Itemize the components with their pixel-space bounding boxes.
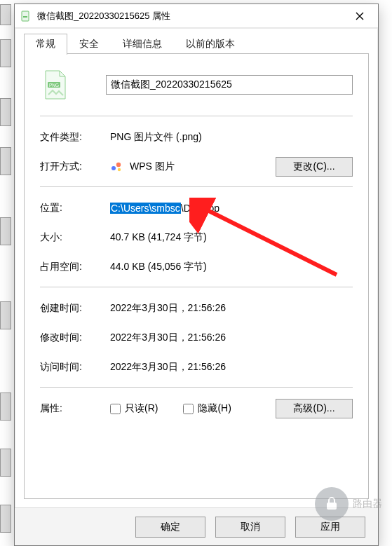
properties-dialog: 微信截图_20220330215625 属性 常规 安全 详细信息 以前的版本 … bbox=[14, 4, 379, 546]
tab-panel-general: PNG 文件类型: PNG 图片文件 (.png) 打开方式: WPS 图片 bbox=[24, 54, 369, 499]
hidden-checkbox-wrap[interactable]: 隐藏(H) bbox=[183, 402, 231, 415]
ok-button[interactable]: 确定 bbox=[135, 517, 205, 538]
label-opens-with: 打开方式: bbox=[40, 161, 110, 173]
tab-previous-versions[interactable]: 以前的版本 bbox=[174, 34, 247, 55]
label-modified: 修改时间: bbox=[40, 332, 110, 344]
label-filetype: 文件类型: bbox=[40, 131, 110, 144]
label-accessed: 访问时间: bbox=[40, 361, 110, 374]
change-app-button[interactable]: 更改(C)... bbox=[276, 157, 353, 177]
watermark: 路由器 bbox=[315, 482, 392, 526]
separator bbox=[40, 287, 353, 287]
window-title: 微信截图_20220330215625 属性 bbox=[37, 10, 344, 22]
svg-point-4 bbox=[111, 166, 116, 170]
readonly-checkbox-wrap[interactable]: 只读(R) bbox=[110, 402, 158, 415]
separator bbox=[40, 116, 353, 116]
cancel-button[interactable]: 取消 bbox=[215, 517, 285, 538]
close-button[interactable] bbox=[344, 6, 375, 27]
svg-rect-8 bbox=[327, 503, 337, 510]
value-size-on-disk: 44.0 KB (45,056 字节) bbox=[110, 261, 353, 273]
svg-point-5 bbox=[116, 163, 121, 167]
label-location: 位置: bbox=[40, 202, 110, 214]
separator bbox=[40, 186, 353, 187]
window-icon bbox=[20, 11, 32, 22]
location-rest: \Desktop bbox=[181, 203, 219, 214]
tab-security[interactable]: 安全 bbox=[67, 34, 111, 55]
titlebar: 微信截图_20220330215625 属性 bbox=[15, 4, 378, 28]
label-size: 大小: bbox=[40, 231, 110, 244]
readonly-label: 只读(R) bbox=[125, 402, 158, 415]
tab-strip: 常规 安全 详细信息 以前的版本 bbox=[24, 33, 369, 54]
filename-input[interactable] bbox=[106, 75, 353, 95]
watermark-text: 路由器 bbox=[353, 498, 382, 510]
location-selected: C:\Users\smbsc bbox=[110, 203, 181, 214]
tab-details[interactable]: 详细信息 bbox=[111, 34, 174, 55]
svg-rect-1 bbox=[23, 16, 27, 18]
watermark-icon bbox=[315, 487, 349, 521]
value-location[interactable]: C:\Users\smbsc\Desktop bbox=[110, 203, 353, 214]
wps-app-icon bbox=[110, 161, 123, 173]
value-size: 40.7 KB (41,724 字节) bbox=[110, 231, 353, 244]
value-filetype: PNG 图片文件 (.png) bbox=[110, 131, 353, 144]
hidden-label: 隐藏(H) bbox=[198, 402, 231, 415]
separator bbox=[40, 387, 353, 388]
label-created: 创建时间: bbox=[40, 302, 110, 315]
svg-text:PNG: PNG bbox=[49, 83, 59, 88]
file-type-icon: PNG bbox=[40, 69, 71, 100]
readonly-checkbox[interactable] bbox=[110, 404, 121, 414]
label-size-on-disk: 占用空间: bbox=[40, 261, 110, 273]
tab-general[interactable]: 常规 bbox=[24, 34, 67, 55]
value-modified: 2022年3月30日，21:56:26 bbox=[110, 332, 353, 344]
svg-point-6 bbox=[118, 168, 121, 171]
advanced-button[interactable]: 高级(D)... bbox=[276, 399, 353, 418]
hidden-checkbox[interactable] bbox=[183, 404, 194, 414]
value-created: 2022年3月30日，21:56:26 bbox=[110, 302, 353, 315]
value-accessed: 2022年3月30日，21:56:26 bbox=[110, 361, 353, 374]
value-opens-with: WPS 图片 bbox=[130, 161, 276, 173]
label-attributes: 属性: bbox=[40, 402, 110, 415]
